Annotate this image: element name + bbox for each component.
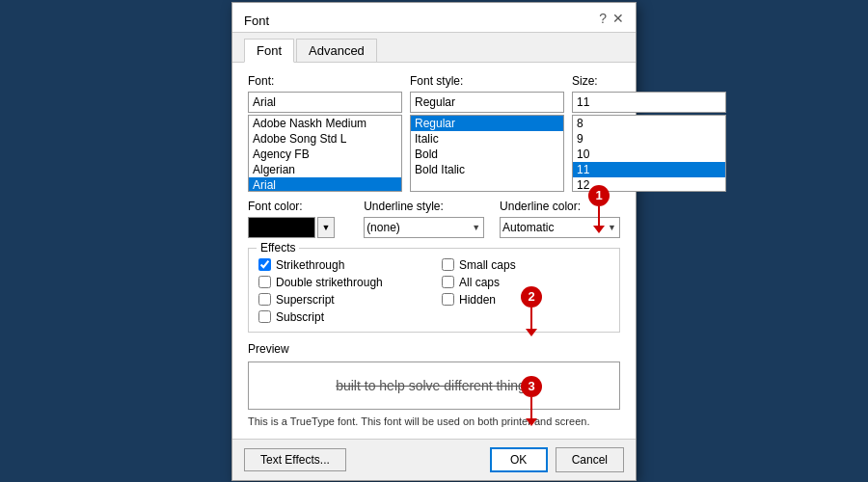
list-item-selected[interactable]: 11 bbox=[573, 162, 725, 177]
preview-box: built to help solve different things bbox=[248, 362, 620, 410]
underline-color-arrow: ▼ bbox=[605, 223, 619, 232]
font-color-container: ▼ bbox=[248, 217, 348, 238]
list-item[interactable]: Adobe Naskh Medium bbox=[249, 116, 401, 131]
subscript-label: Subscript bbox=[276, 310, 324, 324]
superscript-label: Superscript bbox=[276, 293, 335, 307]
font-style-listbox[interactable]: Regular Italic Bold Bold Italic bbox=[410, 115, 564, 192]
effects-section: Effects Strikethrough Small caps Double … bbox=[248, 248, 620, 333]
dialog-wrapper: Font ? ✕ Font Advanced Font: Adobe Naskh… bbox=[231, 2, 637, 481]
tab-advanced[interactable]: Advanced bbox=[296, 39, 377, 62]
hidden-label: Hidden bbox=[459, 293, 496, 307]
underline-style-group: Underline style: (none) ▼ bbox=[364, 200, 484, 238]
help-icon[interactable]: ? bbox=[599, 11, 607, 26]
list-item[interactable]: Italic bbox=[411, 131, 563, 147]
cancel-button[interactable]: Cancel bbox=[556, 447, 624, 472]
effect-hidden[interactable]: Hidden bbox=[442, 293, 610, 307]
list-item[interactable]: Bold bbox=[411, 147, 563, 162]
color-row: Font color: ▼ Underline style: (none) ▼ bbox=[248, 200, 620, 238]
effect-all-caps[interactable]: All caps bbox=[442, 276, 610, 289]
list-item[interactable]: Bold Italic bbox=[411, 162, 563, 177]
text-effects-button[interactable]: Text Effects... bbox=[244, 448, 346, 471]
underline-style-label: Underline style: bbox=[364, 200, 484, 213]
font-style-input[interactable] bbox=[410, 92, 564, 113]
list-item[interactable]: 8 bbox=[573, 116, 725, 131]
tab-bar: Font Advanced bbox=[232, 33, 636, 63]
double-strikethrough-label: Double strikethrough bbox=[276, 276, 383, 289]
font-name-group: Font: Adobe Naskh Medium Adobe Song Std … bbox=[248, 74, 402, 192]
effect-subscript[interactable]: Subscript bbox=[258, 310, 426, 324]
effect-small-caps[interactable]: Small caps bbox=[442, 258, 610, 272]
list-item[interactable]: Adobe Song Std L bbox=[249, 131, 401, 147]
font-dialog: Font ? ✕ Font Advanced Font: Adobe Naskh… bbox=[231, 2, 637, 481]
font-name-listbox[interactable]: Adobe Naskh Medium Adobe Song Std L Agen… bbox=[248, 115, 402, 192]
footer-left: Text Effects... bbox=[244, 448, 346, 471]
font-style-group: Font style: Regular Italic Bold Bold Ita… bbox=[410, 74, 564, 192]
truetype-note: This is a TrueType font. This font will … bbox=[248, 415, 620, 427]
close-icon[interactable]: ✕ bbox=[612, 11, 624, 26]
list-item[interactable]: 9 bbox=[573, 131, 725, 147]
list-item-selected[interactable]: Arial bbox=[249, 177, 401, 192]
font-color-label: Font color: bbox=[248, 200, 348, 213]
effects-grid: Strikethrough Small caps Double striketh… bbox=[258, 258, 610, 324]
effect-strikethrough[interactable]: Strikethrough bbox=[258, 258, 426, 272]
small-caps-label: Small caps bbox=[459, 258, 516, 272]
preview-text: built to help solve different things bbox=[336, 378, 532, 393]
font-name-label: Font: bbox=[248, 74, 402, 88]
underline-color-group: Underline color: Automatic ▼ bbox=[500, 200, 620, 238]
dialog-body: Font: Adobe Naskh Medium Adobe Song Std … bbox=[232, 63, 636, 439]
underline-color-label: Underline color: bbox=[500, 200, 620, 213]
small-caps-checkbox[interactable] bbox=[442, 258, 454, 271]
font-style-label: Font style: bbox=[410, 74, 564, 88]
titlebar-controls: ? ✕ bbox=[599, 11, 624, 26]
all-caps-label: All caps bbox=[459, 276, 500, 289]
font-size-input[interactable] bbox=[572, 92, 726, 113]
list-item[interactable]: Agency FB bbox=[249, 147, 401, 162]
effect-superscript[interactable]: Superscript bbox=[258, 293, 426, 307]
font-color-box[interactable] bbox=[248, 217, 315, 238]
font-size-label: Size: bbox=[572, 74, 726, 88]
list-item-selected[interactable]: Regular bbox=[411, 116, 563, 131]
list-item[interactable]: 12 bbox=[573, 177, 725, 192]
ok-button[interactable]: OK bbox=[490, 447, 548, 472]
font-color-group: Font color: ▼ bbox=[248, 200, 348, 238]
effect-double-strikethrough[interactable]: Double strikethrough bbox=[258, 276, 426, 289]
underline-style-select-wrapper: (none) ▼ bbox=[364, 217, 484, 238]
underline-color-select[interactable]: Automatic bbox=[501, 218, 605, 237]
underline-style-arrow: ▼ bbox=[469, 223, 483, 232]
preview-section: Preview built to help solve different th… bbox=[248, 342, 620, 427]
titlebar: Font ? ✕ bbox=[232, 3, 636, 33]
font-size-group: Size: 8 9 10 11 12 bbox=[572, 74, 726, 192]
font-color-dropdown[interactable]: ▼ bbox=[317, 217, 335, 238]
strikethrough-label: Strikethrough bbox=[276, 258, 344, 272]
font-size-listbox[interactable]: 8 9 10 11 12 bbox=[572, 115, 726, 192]
underline-style-select[interactable]: (none) bbox=[365, 218, 469, 237]
tab-font[interactable]: Font bbox=[244, 39, 294, 63]
list-item[interactable]: 10 bbox=[573, 147, 725, 162]
subscript-checkbox[interactable] bbox=[258, 310, 271, 323]
underline-color-select-wrapper: Automatic ▼ bbox=[500, 217, 620, 238]
dialog-footer: Text Effects... OK Cancel bbox=[232, 439, 636, 480]
effects-legend: Effects bbox=[257, 241, 299, 254]
font-fields-row: Font: Adobe Naskh Medium Adobe Song Std … bbox=[248, 74, 620, 192]
all-caps-checkbox[interactable] bbox=[442, 276, 454, 288]
double-strikethrough-checkbox[interactable] bbox=[258, 276, 271, 288]
dialog-title: Font bbox=[244, 13, 269, 28]
font-name-input[interactable] bbox=[248, 92, 402, 113]
superscript-checkbox[interactable] bbox=[258, 293, 271, 306]
footer-right: OK Cancel bbox=[490, 447, 624, 472]
preview-label: Preview bbox=[248, 342, 620, 356]
hidden-checkbox[interactable] bbox=[442, 293, 454, 306]
strikethrough-checkbox[interactable] bbox=[258, 258, 271, 271]
list-item[interactable]: Algerian bbox=[249, 162, 401, 177]
